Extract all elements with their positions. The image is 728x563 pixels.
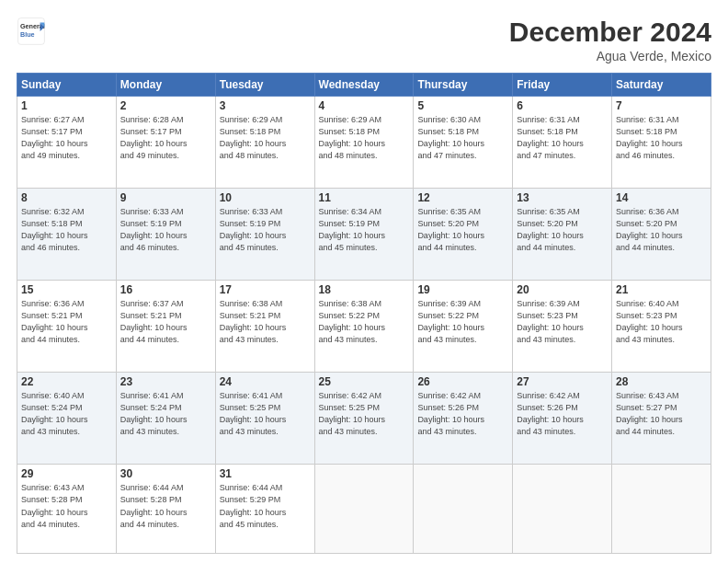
day-number: 16: [120, 283, 211, 296]
day-info: Sunrise: 6:43 AM Sunset: 5:27 PM Dayligh…: [616, 390, 707, 438]
calendar-cell: 27Sunrise: 6:42 AM Sunset: 5:26 PM Dayli…: [513, 373, 612, 465]
calendar-cell: 21Sunrise: 6:40 AM Sunset: 5:23 PM Dayli…: [612, 281, 711, 373]
col-header-monday: Monday: [116, 74, 215, 97]
day-info: Sunrise: 6:28 AM Sunset: 5:17 PM Dayligh…: [120, 114, 211, 162]
col-header-friday: Friday: [513, 74, 612, 97]
day-info: Sunrise: 6:44 AM Sunset: 5:28 PM Dayligh…: [120, 482, 211, 530]
day-number: 25: [319, 375, 410, 388]
day-number: 21: [616, 283, 707, 296]
day-number: 22: [21, 375, 112, 388]
day-number: 23: [120, 375, 211, 388]
day-number: 8: [21, 191, 112, 204]
day-number: 24: [220, 375, 311, 388]
calendar-cell: 18Sunrise: 6:38 AM Sunset: 5:22 PM Dayli…: [314, 281, 414, 373]
day-info: Sunrise: 6:35 AM Sunset: 5:20 PM Dayligh…: [417, 206, 508, 254]
calendar-cell: 3Sunrise: 6:29 AM Sunset: 5:18 PM Daylig…: [215, 97, 314, 189]
col-header-tuesday: Tuesday: [215, 74, 314, 97]
calendar-table: SundayMondayTuesdayWednesdayThursdayFrid…: [17, 73, 711, 554]
day-info: Sunrise: 6:41 AM Sunset: 5:24 PM Dayligh…: [120, 390, 211, 438]
day-number: 14: [616, 191, 707, 204]
calendar-cell: 26Sunrise: 6:42 AM Sunset: 5:26 PM Dayli…: [414, 373, 513, 465]
calendar-cell: 15Sunrise: 6:36 AM Sunset: 5:21 PM Dayli…: [17, 281, 117, 373]
day-info: Sunrise: 6:30 AM Sunset: 5:18 PM Dayligh…: [417, 114, 508, 162]
calendar-cell: 7Sunrise: 6:31 AM Sunset: 5:18 PM Daylig…: [612, 97, 711, 189]
day-info: Sunrise: 6:32 AM Sunset: 5:18 PM Dayligh…: [21, 206, 112, 254]
day-number: 31: [220, 467, 311, 480]
day-number: 13: [517, 191, 608, 204]
day-number: 5: [417, 99, 508, 112]
day-number: 26: [417, 375, 508, 388]
day-number: 20: [517, 283, 608, 296]
day-number: 29: [21, 467, 112, 480]
day-number: 10: [220, 191, 311, 204]
calendar-cell: 10Sunrise: 6:33 AM Sunset: 5:19 PM Dayli…: [215, 189, 314, 281]
calendar-cell: 1Sunrise: 6:27 AM Sunset: 5:17 PM Daylig…: [17, 97, 117, 189]
calendar-cell: 16Sunrise: 6:37 AM Sunset: 5:21 PM Dayli…: [116, 281, 215, 373]
day-number: 28: [616, 375, 707, 388]
day-number: 9: [120, 191, 211, 204]
calendar-cell: 14Sunrise: 6:36 AM Sunset: 5:20 PM Dayli…: [612, 189, 711, 281]
day-info: Sunrise: 6:38 AM Sunset: 5:21 PM Dayligh…: [220, 298, 311, 346]
day-info: Sunrise: 6:42 AM Sunset: 5:25 PM Dayligh…: [319, 390, 410, 438]
day-info: Sunrise: 6:43 AM Sunset: 5:28 PM Dayligh…: [21, 482, 112, 530]
day-number: 18: [319, 283, 410, 296]
calendar-cell: 31Sunrise: 6:44 AM Sunset: 5:29 PM Dayli…: [215, 465, 314, 554]
day-info: Sunrise: 6:36 AM Sunset: 5:20 PM Dayligh…: [616, 206, 707, 254]
calendar-cell: 2Sunrise: 6:28 AM Sunset: 5:17 PM Daylig…: [116, 97, 215, 189]
day-info: Sunrise: 6:42 AM Sunset: 5:26 PM Dayligh…: [417, 390, 508, 438]
calendar-cell: 11Sunrise: 6:34 AM Sunset: 5:19 PM Dayli…: [314, 189, 414, 281]
calendar-cell: 4Sunrise: 6:29 AM Sunset: 5:18 PM Daylig…: [314, 97, 414, 189]
calendar-cell: 29Sunrise: 6:43 AM Sunset: 5:28 PM Dayli…: [17, 465, 117, 554]
calendar-cell: 24Sunrise: 6:41 AM Sunset: 5:25 PM Dayli…: [215, 373, 314, 465]
day-info: Sunrise: 6:35 AM Sunset: 5:20 PM Dayligh…: [517, 206, 608, 254]
calendar-cell: 30Sunrise: 6:44 AM Sunset: 5:28 PM Dayli…: [116, 465, 215, 554]
day-number: 17: [220, 283, 311, 296]
calendar-cell: 22Sunrise: 6:40 AM Sunset: 5:24 PM Dayli…: [17, 373, 117, 465]
subtitle: Agua Verde, Mexico: [509, 49, 711, 63]
title-block: December 2024 Agua Verde, Mexico: [509, 17, 711, 63]
calendar-cell: 25Sunrise: 6:42 AM Sunset: 5:25 PM Dayli…: [314, 373, 414, 465]
main-title: December 2024: [509, 17, 711, 47]
col-header-thursday: Thursday: [414, 74, 513, 97]
calendar-cell: 20Sunrise: 6:39 AM Sunset: 5:23 PM Dayli…: [513, 281, 612, 373]
logo-icon: General Blue: [17, 17, 46, 46]
day-info: Sunrise: 6:31 AM Sunset: 5:18 PM Dayligh…: [517, 114, 608, 162]
day-number: 19: [417, 283, 508, 296]
calendar-cell: 6Sunrise: 6:31 AM Sunset: 5:18 PM Daylig…: [513, 97, 612, 189]
day-info: Sunrise: 6:33 AM Sunset: 5:19 PM Dayligh…: [120, 206, 211, 254]
day-number: 4: [319, 99, 410, 112]
col-header-wednesday: Wednesday: [314, 74, 414, 97]
col-header-saturday: Saturday: [612, 74, 711, 97]
day-info: Sunrise: 6:31 AM Sunset: 5:18 PM Dayligh…: [616, 114, 707, 162]
day-info: Sunrise: 6:44 AM Sunset: 5:29 PM Dayligh…: [220, 482, 311, 530]
day-number: 27: [517, 375, 608, 388]
day-info: Sunrise: 6:37 AM Sunset: 5:21 PM Dayligh…: [120, 298, 211, 346]
day-number: 12: [417, 191, 508, 204]
day-number: 30: [120, 467, 211, 480]
day-info: Sunrise: 6:27 AM Sunset: 5:17 PM Dayligh…: [21, 114, 112, 162]
day-info: Sunrise: 6:40 AM Sunset: 5:23 PM Dayligh…: [616, 298, 707, 346]
day-info: Sunrise: 6:42 AM Sunset: 5:26 PM Dayligh…: [517, 390, 608, 438]
day-info: Sunrise: 6:38 AM Sunset: 5:22 PM Dayligh…: [319, 298, 410, 346]
header: General Blue December 2024 Agua Verde, M…: [17, 17, 711, 63]
day-info: Sunrise: 6:36 AM Sunset: 5:21 PM Dayligh…: [21, 298, 112, 346]
day-info: Sunrise: 6:29 AM Sunset: 5:18 PM Dayligh…: [319, 114, 410, 162]
day-number: 7: [616, 99, 707, 112]
day-info: Sunrise: 6:40 AM Sunset: 5:24 PM Dayligh…: [21, 390, 112, 438]
calendar-cell: 19Sunrise: 6:39 AM Sunset: 5:22 PM Dayli…: [414, 281, 513, 373]
day-info: Sunrise: 6:34 AM Sunset: 5:19 PM Dayligh…: [319, 206, 410, 254]
day-number: 6: [517, 99, 608, 112]
calendar-cell: [612, 465, 711, 554]
calendar-cell: 17Sunrise: 6:38 AM Sunset: 5:21 PM Dayli…: [215, 281, 314, 373]
calendar-cell: [314, 465, 414, 554]
logo: General Blue: [17, 17, 46, 46]
day-number: 15: [21, 283, 112, 296]
calendar-cell: 9Sunrise: 6:33 AM Sunset: 5:19 PM Daylig…: [116, 189, 215, 281]
calendar-cell: 8Sunrise: 6:32 AM Sunset: 5:18 PM Daylig…: [17, 189, 117, 281]
col-header-sunday: Sunday: [17, 74, 117, 97]
calendar-cell: [513, 465, 612, 554]
calendar-cell: 5Sunrise: 6:30 AM Sunset: 5:18 PM Daylig…: [414, 97, 513, 189]
calendar-cell: 12Sunrise: 6:35 AM Sunset: 5:20 PM Dayli…: [414, 189, 513, 281]
day-info: Sunrise: 6:41 AM Sunset: 5:25 PM Dayligh…: [220, 390, 311, 438]
page: General Blue December 2024 Agua Verde, M…: [0, 0, 728, 563]
